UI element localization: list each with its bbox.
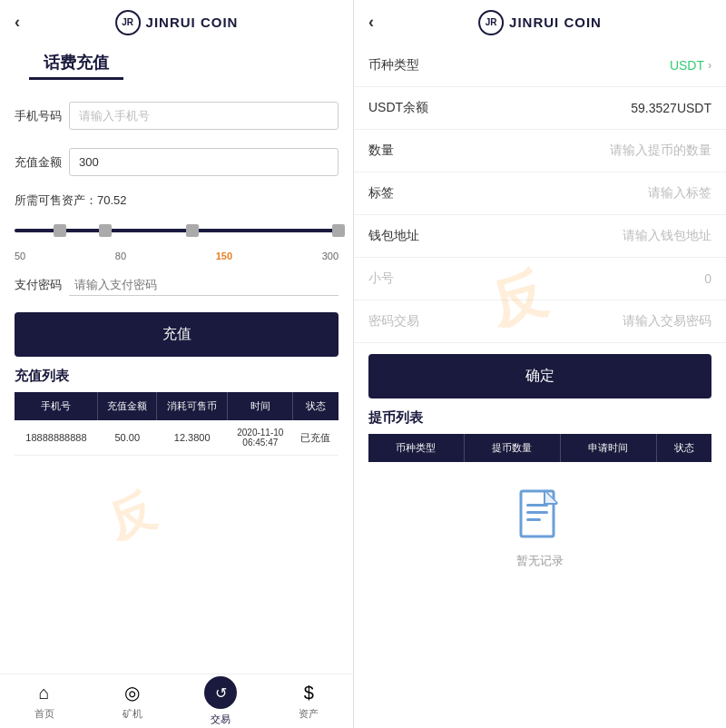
wcol-time: 申请时间 xyxy=(560,434,656,462)
password-row: 支付密码 xyxy=(0,269,353,301)
cell-consumed: 12.3800 xyxy=(157,420,228,456)
nav-assets[interactable]: $ 资产 xyxy=(265,683,353,721)
nav-home[interactable]: ⌂ 首页 xyxy=(0,683,88,721)
currency-type-row[interactable]: 币种类型 USDT › xyxy=(354,44,726,87)
withdrawal-list-title: 提币列表 xyxy=(368,409,711,427)
withdrawal-table: 币种类型 提币数量 申请时间 状态 xyxy=(368,434,711,462)
usdt-balance-row: USDT余额 59.3527USDT xyxy=(354,87,726,130)
usdt-balance-label: USDT余额 xyxy=(368,100,631,116)
quantity-label: 数量 xyxy=(368,143,610,159)
col-consumed: 消耗可售币 xyxy=(157,392,228,420)
amount-label: 充值金额 xyxy=(15,154,69,171)
svg-rect-3 xyxy=(526,518,541,521)
withdrawal-list-section: 提币列表 币种类型 提币数量 申请时间 状态 暂无记 xyxy=(354,409,726,596)
home-icon: ⌂ xyxy=(39,683,50,703)
cell-amount: 50.00 xyxy=(98,420,157,456)
withdrawal-header-row: 币种类型 提币数量 申请时间 状态 xyxy=(368,434,711,462)
col-status: 状态 xyxy=(293,392,338,420)
nav-mining[interactable]: ◎ 矿机 xyxy=(88,682,176,721)
nav-home-label: 首页 xyxy=(34,707,54,721)
col-time: 时间 xyxy=(228,392,293,420)
quantity-value: 请输入提币的数量 xyxy=(610,143,711,159)
right-logo-text: JINRUI COIN xyxy=(509,15,602,30)
wcol-status: 状态 xyxy=(656,434,711,462)
slider-thumb-4[interactable] xyxy=(332,224,345,237)
phone-label: 手机号码 xyxy=(15,108,69,124)
confirm-button[interactable]: 确定 xyxy=(368,354,711,398)
usdt-balance-value: 59.3527USDT xyxy=(631,101,711,115)
password-input[interactable] xyxy=(69,274,338,296)
right-panel: ‹ JR JINRUI COIN 币种类型 USDT › USDT余额 59.3… xyxy=(354,0,726,728)
slider-thumb-1[interactable] xyxy=(54,224,66,237)
subnumber-row: 小号 0 xyxy=(354,258,726,300)
wcol-currency: 币种类型 xyxy=(368,434,464,462)
slider-thumb-2[interactable] xyxy=(99,224,112,237)
left-logo-text: JINRUI COIN xyxy=(146,15,239,30)
amount-input[interactable] xyxy=(69,148,338,176)
left-back-button[interactable]: ‹ xyxy=(15,13,20,32)
cell-phone: 18888888888 xyxy=(15,420,98,456)
wcol-amount: 提币数量 xyxy=(464,434,560,462)
right-logo-circle: JR xyxy=(478,10,504,35)
table-row: 18888888888 50.00 12.3800 2020-11-1006:4… xyxy=(15,420,338,456)
right-logo: JR JINRUI COIN xyxy=(478,10,602,35)
bottom-nav: ⌂ 首页 ◎ 矿机 ↺ 交易 $ 资产 xyxy=(0,674,353,728)
col-phone: 手机号 xyxy=(15,392,98,420)
slider-label-50: 50 xyxy=(15,251,25,261)
trade-password-label: 密码交易 xyxy=(368,313,623,330)
password-label: 支付密码 xyxy=(15,277,69,293)
left-panel: ‹ JR JINRUI COIN 话费充值 手机号码 充值金额 所需可售资产：7… xyxy=(0,0,354,728)
wallet-label: 钱包地址 xyxy=(368,228,623,244)
slider-thumb-3[interactable] xyxy=(186,224,199,237)
trade-password-row[interactable]: 密码交易 请输入交易密码 反 xyxy=(354,300,726,343)
nav-exchange[interactable]: ↺ 交易 xyxy=(177,676,265,726)
cell-time: 2020-11-1006:45:47 xyxy=(228,420,293,456)
empty-text: 暂无记录 xyxy=(516,553,564,569)
nav-assets-label: 资产 xyxy=(299,707,319,721)
col-amount: 充值金额 xyxy=(98,392,157,420)
recharge-list-title: 充值列表 xyxy=(15,368,338,385)
slider-label-80: 80 xyxy=(115,251,126,261)
exchange-icon: ↺ xyxy=(204,676,237,709)
mining-icon: ◎ xyxy=(124,682,140,703)
recharge-button[interactable]: 充值 xyxy=(15,312,338,357)
slider-labels: 50 80 150 300 xyxy=(15,251,338,261)
left-logo-circle: JR xyxy=(115,10,141,35)
cell-status: 已充值 xyxy=(293,420,338,456)
right-header: ‹ JR JINRUI COIN xyxy=(354,0,726,44)
left-header: ‹ JR JINRUI COIN xyxy=(0,0,353,44)
amount-row: 充值金额 xyxy=(0,141,353,183)
subnumber-value: 0 xyxy=(704,271,711,286)
wallet-row[interactable]: 钱包地址 请输入钱包地址 xyxy=(354,215,726,258)
left-watermark: 反 xyxy=(100,479,163,552)
currency-type-label: 币种类型 xyxy=(368,57,670,74)
recharge-section-title: 话费充值 xyxy=(29,44,123,80)
recharge-list-section: 充值列表 手机号 充值金额 消耗可售币 时间 状态 18888888888 50… xyxy=(0,368,353,456)
nav-mining-label: 矿机 xyxy=(123,707,142,721)
table-header-row: 手机号 充值金额 消耗可售币 时间 状态 xyxy=(15,392,338,420)
slider-track[interactable] xyxy=(15,229,338,232)
currency-type-value: USDT xyxy=(670,58,704,73)
asset-info: 所需可售资产：70.52 xyxy=(0,187,353,214)
quantity-row[interactable]: 数量 请输入提币的数量 xyxy=(354,130,726,172)
nav-exchange-label: 交易 xyxy=(211,713,231,726)
subnumber-label: 小号 xyxy=(368,271,704,287)
trade-password-value: 请输入交易密码 xyxy=(623,313,711,330)
phone-row: 手机号码 xyxy=(0,94,353,137)
tag-value: 请输入标签 xyxy=(648,185,711,202)
recharge-table: 手机号 充值金额 消耗可售币 时间 状态 18888888888 50.00 1… xyxy=(15,392,338,456)
empty-doc-icon xyxy=(517,489,563,544)
slider-area: 50 80 150 300 xyxy=(0,218,353,269)
slider-label-150: 150 xyxy=(216,251,232,261)
chevron-icon: › xyxy=(708,59,711,72)
slider-label-300: 300 xyxy=(322,251,338,261)
wallet-value: 请输入钱包地址 xyxy=(623,228,711,244)
right-back-button[interactable]: ‹ xyxy=(368,13,374,32)
left-logo: JR JINRUI COIN xyxy=(115,10,239,35)
phone-input[interactable] xyxy=(69,102,338,130)
tag-row[interactable]: 标签 请输入标签 xyxy=(354,172,726,215)
empty-state: 暂无记录 xyxy=(368,462,711,596)
svg-rect-2 xyxy=(526,511,548,514)
tag-label: 标签 xyxy=(368,185,648,202)
assets-icon: $ xyxy=(304,683,314,703)
